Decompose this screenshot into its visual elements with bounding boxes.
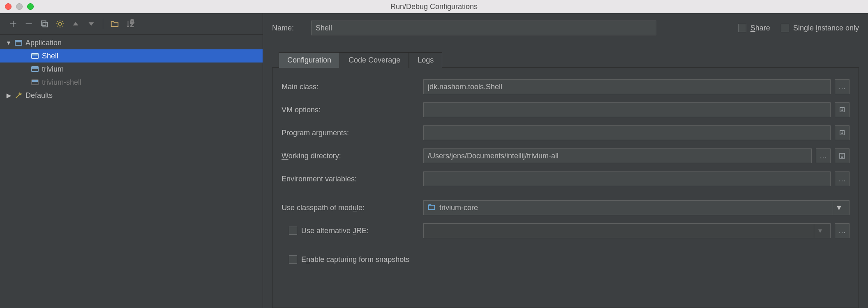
chevron-down-icon: ▼ [833,201,845,215]
tab-logs[interactable]: Logs [409,52,442,68]
program-args-label: Program arguments: [282,129,423,137]
checkbox-icon [289,255,297,264]
tree-label: Defaults [25,91,53,100]
svg-marker-6 [89,22,94,25]
tree-label: Application [25,39,62,47]
svg-rect-4 [42,21,46,25]
expand-program-args-button[interactable] [835,125,850,140]
right-panel: Name: Share Single instance only Configu… [263,13,868,308]
zoom-icon[interactable] [27,3,34,10]
window-controls [5,3,34,10]
working-dir-row: Working directory: … [282,144,850,167]
window-title: Run/Debug Configurations [390,2,478,11]
program-args-input[interactable] [423,125,831,140]
application-icon [30,53,39,59]
collapse-icon: ▶ [6,92,12,99]
tree-label: trivium [42,65,64,74]
browse-main-class-button[interactable]: … [835,79,850,94]
minimize-icon[interactable] [16,3,23,10]
browse-alt-jre-button[interactable]: … [835,223,850,238]
main-class-row: Main class: … [282,75,850,98]
config-tabs: Configuration Code Coverage Logs [279,51,859,67]
move-down-button[interactable] [86,19,96,29]
expand-icon: ▼ [6,39,12,46]
env-vars-input[interactable] [423,171,831,186]
wrench-icon [14,92,23,99]
classpath-label: Use classpath of module: [282,204,423,212]
name-row: Name: Share Single instance only [272,19,859,37]
alt-jre-select[interactable]: ▾ [423,223,831,238]
vm-options-row: VM options: [282,98,850,121]
browse-working-dir-button[interactable]: … [816,148,831,163]
share-checkbox[interactable]: Share [738,24,770,32]
toolbar-separator [103,19,103,29]
classpath-row: Use classpath of module: trivium-core ▼ [282,196,850,219]
main-class-label: Main class: [282,83,423,91]
titlebar: Run/Debug Configurations [0,0,868,13]
svg-rect-3 [43,22,47,27]
classpath-value: trivium-core [439,204,478,212]
svg-rect-16 [429,204,432,206]
chevron-down-icon: ▾ [814,224,826,238]
tree-label: Shell [42,52,58,60]
name-input[interactable] [311,21,656,35]
settings-button[interactable] [55,19,65,29]
tab-body: Main class: … VM options: Program argume… [272,67,859,308]
working-dir-input[interactable] [423,148,812,163]
folder-button[interactable] [110,19,120,29]
share-label: Share [750,24,770,32]
tree-node-defaults[interactable]: ▶ Defaults [0,89,263,102]
alt-jre-checkbox[interactable]: Use alternative JRE: [289,227,423,235]
tab-code-coverage[interactable]: Code Coverage [340,52,409,68]
browse-env-vars-button[interactable]: … [835,171,850,186]
checkbox-icon [781,24,789,32]
name-label: Name: [272,24,311,32]
classpath-select[interactable]: trivium-core ▼ [423,200,850,215]
main: az ▼ Application Shell trivium trivium-s… [0,13,868,308]
checkbox-icon [738,24,746,32]
tree-node-shell[interactable]: Shell [0,49,263,63]
tree-label: trivium-shell [42,78,81,87]
application-icon [30,66,39,72]
add-button[interactable] [8,19,18,29]
working-dir-label: Working directory: [282,152,423,160]
tree-node-trivium-shell[interactable]: trivium-shell [0,76,263,89]
vm-options-label: VM options: [282,106,423,114]
close-icon[interactable] [5,3,12,10]
form-snapshots-checkbox[interactable]: Enable capturing form snapshots [289,255,409,264]
remove-button[interactable] [24,19,34,29]
move-up-button[interactable] [71,19,81,29]
svg-text:z: z [130,21,134,28]
form-snapshots-label: Enable capturing form snapshots [301,255,409,264]
env-vars-row: Environment variables: … [282,167,850,190]
tree-node-application[interactable]: ▼ Application [0,36,263,49]
left-toolbar: az [0,13,263,35]
config-tree: ▼ Application Shell trivium trivium-shel… [0,35,263,308]
single-instance-checkbox[interactable]: Single instance only [781,24,859,32]
left-panel: az ▼ Application Shell trivium trivium-s… [0,13,263,308]
form-snapshots-row: Enable capturing form snapshots [282,248,850,271]
copy-button[interactable] [39,19,49,29]
program-args-row: Program arguments: [282,121,850,144]
svg-rect-15 [429,205,435,210]
working-dir-list-button[interactable] [835,148,850,163]
single-instance-label: Single instance only [793,24,859,32]
tab-configuration[interactable]: Configuration [279,52,340,68]
env-vars-label: Environment variables: [282,175,423,183]
main-class-input[interactable] [423,79,831,94]
vm-options-input[interactable] [423,102,831,117]
checkbox-icon [289,227,297,235]
tree-node-trivium[interactable]: trivium [0,63,263,76]
svg-marker-5 [73,22,78,25]
application-icon [30,79,39,85]
application-icon [14,40,23,46]
sort-button[interactable]: az [125,19,135,29]
expand-vm-options-button[interactable] [835,102,850,117]
alt-jre-label: Use alternative JRE: [301,227,369,235]
module-icon [428,204,435,212]
alt-jre-row: Use alternative JRE: ▾ … [282,219,850,242]
